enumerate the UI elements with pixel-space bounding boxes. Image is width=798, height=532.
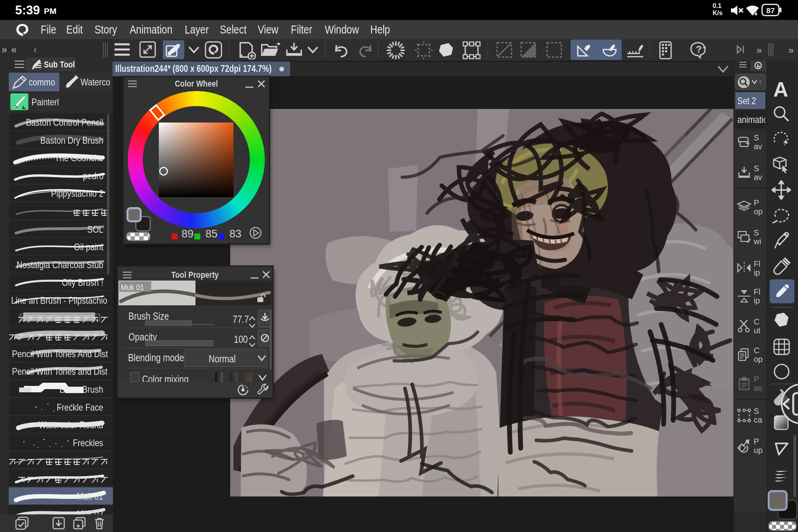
svg-text:?: ? (696, 44, 702, 55)
svg-text:87: 87 (766, 6, 774, 15)
